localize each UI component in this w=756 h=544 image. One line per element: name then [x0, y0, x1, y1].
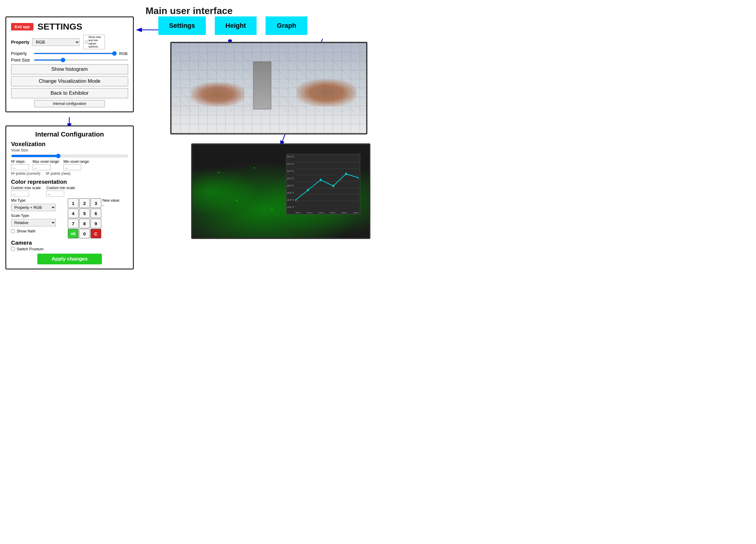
3d-scene — [171, 43, 366, 133]
scale-type-label: Scale Type: — [11, 214, 56, 218]
point-size-slider[interactable] — [34, 59, 128, 61]
nsteps-input[interactable] — [11, 164, 29, 170]
min-voxel-input[interactable] — [63, 164, 81, 170]
back-exhibitor-button[interactable]: Back to Exhibitor — [11, 88, 128, 98]
graph-viewport: 22.5 °C 22.0 °C 21.5 °C 21.0 °C 20.5 °C … — [191, 143, 370, 239]
graph-x-label-3: Time 4 — [330, 212, 335, 214]
graph-x-label-0: Time 1 — [295, 212, 301, 214]
numpad-0[interactable]: 0 — [79, 229, 90, 238]
show-nan-row: Show NaN — [11, 229, 56, 233]
property-slider[interactable] — [34, 53, 117, 54]
graph-scene: 22.5 °C 22.0 °C 21.5 °C 21.0 °C 20.5 °C … — [192, 145, 369, 238]
custom-max-label: Custom max scale: — [11, 186, 42, 190]
graph-inset: 22.5 °C 22.0 °C 21.5 °C 21.0 °C 20.5 °C … — [286, 154, 361, 214]
graph-y-label-2: 21.5 °C — [287, 170, 294, 172]
custom-max-input[interactable] — [11, 191, 29, 197]
scale-type-select[interactable]: Relative — [11, 219, 56, 226]
custom-scale-row: Custom max scale: Custom min scale: — [11, 186, 128, 197]
internal-config-button[interactable]: Internal configuration — [34, 100, 105, 107]
voxel-size-slider[interactable] — [11, 154, 128, 158]
graph-y-labels: 22.5 °C 22.0 °C 21.5 °C 21.0 °C 20.5 °C … — [287, 156, 294, 208]
show-max-min-text: Show max and min values spheres — [88, 36, 103, 48]
graph-y-label-7: 19.0 °C — [287, 206, 294, 208]
show-nan-label: Show NaN — [17, 229, 35, 233]
property-slider-end: RGB — [119, 51, 128, 56]
switch-frustum-row: Switch Frustum — [11, 247, 128, 251]
numpad-7[interactable]: 7 — [68, 219, 79, 228]
apply-changes-button[interactable]: Apply changes — [37, 254, 102, 264]
switch-frustum-checkbox[interactable] — [11, 247, 15, 251]
numpad-5[interactable]: 5 — [79, 209, 90, 218]
voxel-inputs-row: Nº steps: Max voxel range: Min voxel ran… — [11, 160, 128, 170]
numpad-8[interactable]: 8 — [79, 219, 90, 228]
mix-type-select[interactable]: Property + RGB — [11, 204, 56, 211]
new-value-label: New value: — [102, 198, 120, 203]
switch-frustum-label: Switch Frustum — [17, 247, 44, 251]
property-select[interactable]: RGB — [32, 38, 80, 46]
max-voxel-input[interactable] — [33, 164, 50, 170]
voxel-size-label: Voxel Size: — [11, 148, 128, 152]
internal-config-panel: Internal Configuration Voxelization Voxe… — [5, 125, 134, 269]
property-slider-label: Property — [11, 51, 31, 56]
show-histogram-button[interactable]: Show histogram — [11, 64, 128, 74]
svg-point-13 — [320, 179, 321, 181]
npoints-current-label: Nº points (current): — [11, 171, 41, 176]
mix-type-label: Mix Type: — [11, 198, 56, 203]
height-button[interactable]: Height — [215, 16, 257, 35]
rusty-blob-left — [191, 82, 245, 106]
svg-point-15 — [345, 173, 347, 175]
graph-x-label-1: Time 2 — [307, 212, 312, 214]
show-max-min-label[interactable]: Show max and min values spheres — [83, 35, 105, 49]
change-viz-button[interactable]: Change Visualization Mode — [11, 76, 128, 86]
building-box — [253, 62, 271, 109]
svg-point-16 — [358, 177, 358, 179]
graph-y-label-4: 20.5 °C — [287, 185, 294, 187]
point-size-row: Point Size — [11, 58, 128, 62]
svg-point-12 — [307, 189, 309, 191]
graph-x-label-5: Time 6 — [353, 212, 358, 214]
numpad-3[interactable]: 3 — [91, 198, 101, 208]
min-voxel-label: Min voxel range: — [63, 160, 90, 164]
graph-x-label-4: Time 5 — [342, 212, 347, 214]
show-nan-checkbox[interactable] — [11, 229, 15, 233]
graph-button[interactable]: Graph — [266, 16, 307, 35]
mix-scale-row: Mix Type: Property + RGB Scale Type: Rel… — [11, 198, 128, 238]
numpad-9[interactable]: 9 — [91, 219, 101, 228]
exit-app-button[interactable]: Exit app — [11, 23, 33, 30]
new-value-block: New value: - — [102, 198, 120, 208]
settings-button[interactable]: Settings — [158, 16, 206, 35]
numpad-clear[interactable]: C — [91, 229, 101, 238]
numpad-4[interactable]: 4 — [68, 209, 79, 218]
graph-y-label-1: 22.0 °C — [287, 163, 294, 165]
voxelization-title: Voxelization — [11, 141, 128, 148]
nsteps-label: Nº steps: — [11, 160, 29, 164]
graph-x-label-2: Time 3 — [318, 212, 324, 214]
graph-x-labels: Time 1 Time 2 Time 3 Time 4 Time 5 Time … — [295, 212, 359, 214]
numpad-ok[interactable]: ok — [68, 229, 79, 238]
numpad-1[interactable]: 1 — [68, 198, 79, 208]
numpad-6[interactable]: 6 — [91, 209, 101, 218]
graph-inset-content: 22.5 °C 22.0 °C 21.5 °C 21.0 °C 20.5 °C … — [286, 154, 360, 214]
show-max-min-checkbox[interactable] — [85, 41, 88, 44]
settings-header: Exit app SETTINGS — [11, 22, 128, 32]
color-repr-title: Color representation — [11, 179, 128, 185]
property-row: Property RGB Show max and min values sph… — [11, 35, 128, 49]
height-viewport — [170, 42, 367, 134]
custom-min-input[interactable] — [46, 191, 64, 197]
npoints-new-label: Nº points (new): — [46, 171, 71, 176]
camera-title: Camera — [11, 240, 128, 246]
new-value-display: - — [102, 203, 120, 208]
top-buttons-row: Settings Height Graph — [158, 16, 307, 35]
numpad-area: 1 2 3 4 5 6 7 8 9 ok 0 C New value: - — [62, 198, 120, 238]
numpad: 1 2 3 4 5 6 7 8 9 ok 0 C — [68, 198, 101, 238]
settings-title: SETTINGS — [38, 22, 82, 32]
numpad-2[interactable]: 2 — [79, 198, 90, 208]
custom-min-label: Custom min scale: — [46, 186, 76, 190]
internal-config-title: Internal Configuration — [11, 131, 128, 138]
graph-line-area — [295, 156, 359, 208]
graph-y-label-0: 22.5 °C — [287, 156, 294, 158]
npoints-row: Nº points (current): Nº points (new): — [11, 171, 128, 177]
rusty-blob-right — [297, 79, 356, 106]
point-size-label: Point Size — [11, 58, 31, 62]
settings-panel: Exit app SETTINGS Property RGB Show max … — [5, 16, 134, 112]
